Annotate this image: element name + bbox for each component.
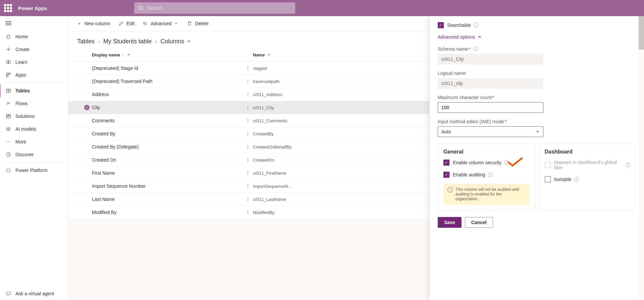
nav-apps-label: Apps: [15, 72, 26, 78]
row-name: cr011_Comments: [253, 118, 287, 123]
cancel-button[interactable]: Cancel: [465, 217, 493, 228]
row-menu-button[interactable]: ⋮: [243, 105, 253, 110]
nav-create[interactable]: Create: [0, 43, 68, 56]
cmd-advanced[interactable]: Advanced: [139, 19, 182, 28]
row-menu-button[interactable]: ⋮: [243, 157, 253, 163]
sortable-label: Sortable: [554, 177, 572, 182]
schema-name-input: [438, 54, 543, 65]
scrollbar[interactable]: [639, 16, 644, 300]
edit-column-panel: ✓ Searchable i Advanced options Schema n…: [429, 16, 644, 300]
chevron-down-icon[interactable]: [127, 53, 130, 57]
nav-discover[interactable]: Discover: [0, 148, 68, 161]
chevron-down-icon[interactable]: [187, 38, 191, 45]
annotation-checkmark: [507, 157, 523, 167]
enable-auditing-checkbox[interactable]: ✓: [443, 172, 449, 178]
row-name: CreatedOn: [253, 158, 274, 163]
row-display-name: (Deprecated) Stage Id: [92, 66, 243, 71]
nav-tables[interactable]: Tables: [0, 84, 68, 97]
searchable-checkbox[interactable]: ✓: [438, 22, 444, 28]
nav-ask-label: Ask a virtual agent: [15, 291, 54, 296]
dashboard-filter-checkbox[interactable]: [545, 162, 551, 168]
header-display-name[interactable]: Display name↑: [92, 52, 253, 57]
info-icon[interactable]: i: [473, 47, 478, 51]
svg-point-13: [7, 127, 10, 131]
info-icon: i: [447, 187, 453, 192]
row-display-name: Modified By: [92, 210, 243, 215]
search-box[interactable]: [134, 2, 295, 14]
chevron-down-icon[interactable]: [267, 53, 271, 57]
row-menu-button[interactable]: ⋮: [243, 170, 253, 176]
home-icon: [5, 34, 11, 40]
nav-ai[interactable]: AI models: [0, 123, 68, 135]
nav-ai-label: AI models: [15, 126, 36, 132]
row-select[interactable]: ✓: [82, 105, 92, 110]
logical-name-label: Logical name: [438, 71, 636, 76]
nav-platform[interactable]: Power Platform: [0, 164, 68, 177]
nav-solutions[interactable]: Solutions: [0, 110, 68, 123]
row-menu-button[interactable]: ⋮: [243, 92, 253, 97]
nav-ask-agent[interactable]: Ask a virtual agent: [0, 287, 68, 300]
nav-solutions-label: Solutions: [15, 114, 35, 119]
svg-point-14: [8, 128, 9, 130]
row-menu-button[interactable]: ⋮: [243, 144, 253, 149]
cmd-edit[interactable]: Edit: [115, 19, 138, 28]
row-menu-button[interactable]: ⋮: [243, 118, 253, 123]
svg-point-0: [139, 6, 142, 9]
ime-mode-select[interactable]: Auto: [438, 126, 543, 137]
solutions-icon: [5, 113, 11, 119]
info-icon[interactable]: i: [488, 172, 493, 177]
info-icon[interactable]: i: [626, 163, 630, 167]
row-menu-button[interactable]: ⋮: [243, 131, 253, 136]
apps-icon: [5, 72, 11, 78]
waffle-icon[interactable]: [4, 4, 12, 12]
nav-separator: [5, 162, 63, 163]
advanced-options-toggle[interactable]: Advanced options: [438, 34, 636, 40]
chevron-up-icon: [478, 34, 482, 40]
svg-rect-6: [6, 75, 8, 77]
svg-line-1: [142, 9, 143, 10]
hamburger-icon[interactable]: [0, 16, 68, 30]
row-menu-button[interactable]: ⋮: [243, 210, 253, 215]
breadcrumb-separator: ›: [155, 38, 157, 45]
row-name: cr011_City: [253, 105, 274, 110]
breadcrumb-tables[interactable]: Tables: [77, 38, 95, 45]
nav-learn[interactable]: Learn: [0, 56, 68, 69]
enable-security-checkbox[interactable]: ✓: [443, 160, 449, 166]
row-menu-button[interactable]: ⋮: [243, 183, 253, 189]
row-name: traversedpath: [253, 79, 280, 84]
check-icon: ✓: [84, 105, 90, 110]
nav-more[interactable]: ⋯More: [0, 135, 68, 148]
max-char-input[interactable]: [438, 102, 543, 113]
trash-icon: [187, 21, 192, 26]
nav-flows[interactable]: Flows: [0, 97, 68, 110]
scrollbar-thumb[interactable]: [639, 16, 644, 50]
row-name: CreatedBy: [253, 131, 273, 136]
row-display-name: (Deprecated) Traversed Path: [92, 79, 243, 84]
search-input[interactable]: [147, 5, 291, 11]
cmd-new-column[interactable]: +New column: [73, 19, 114, 28]
sortable-checkbox[interactable]: [545, 176, 551, 182]
save-button[interactable]: Save: [438, 217, 462, 228]
general-card: General ✓Enable column securityi ✓Enable…: [438, 143, 535, 210]
plus-icon: +: [76, 21, 82, 26]
nav-apps[interactable]: Apps: [0, 69, 68, 81]
row-menu-button[interactable]: ⋮: [243, 66, 253, 71]
breadcrumb-columns[interactable]: Columns: [160, 38, 184, 45]
row-name: cr011_Address: [253, 92, 282, 97]
header-name[interactable]: Name: [253, 52, 271, 57]
row-menu-button[interactable]: ⋮: [243, 197, 253, 202]
info-icon[interactable]: i: [504, 160, 509, 165]
cmd-advanced-label: Advanced: [151, 21, 171, 26]
enable-security-label: Enable column security: [453, 160, 501, 165]
nav-home[interactable]: Home: [0, 30, 68, 43]
nav-create-label: Create: [15, 47, 30, 52]
dashboard-filter-label: Appears in dashboard's global filter: [554, 160, 623, 170]
cmd-delete[interactable]: Delete: [183, 19, 212, 28]
flow-icon: [5, 100, 11, 106]
row-menu-button[interactable]: ⋮: [243, 79, 253, 84]
info-icon[interactable]: i: [474, 23, 478, 28]
info-icon[interactable]: i: [574, 177, 579, 182]
breadcrumb-entity[interactable]: My Students table: [103, 38, 152, 45]
breadcrumb-separator: ›: [98, 38, 100, 45]
enable-auditing-label: Enable auditing: [453, 172, 485, 177]
